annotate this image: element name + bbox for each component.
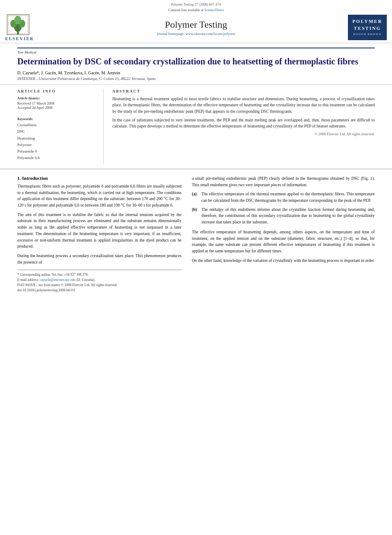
list-text-b: The enthalpy of this endotherm informs a… — [201, 207, 375, 226]
section-label: Test Method — [17, 48, 375, 54]
keyword-dsc: DSC — [17, 128, 97, 135]
keywords-block: Keywords: Crystallinity DSC Heatsetting … — [17, 117, 97, 162]
keyword-heatsetting: Heatsetting — [17, 135, 97, 142]
section1-para2: The aim of this treatment is to stabilis… — [17, 212, 182, 250]
keyword-polyester: Polyester — [17, 142, 97, 148]
list-label-a: (a) — [192, 191, 199, 204]
list-item-a: (a) The effective temperature of the the… — [192, 191, 375, 204]
list-item-b: (b) The enthalpy of this endotherm infor… — [192, 207, 375, 226]
abstract-para1: Heatsetting is a thermal treatment appli… — [112, 96, 375, 115]
keywords-list: Crystallinity DSC Heatsetting Polyester … — [17, 122, 97, 162]
section1-body: Thermoplastic fibres such as polyester, … — [17, 183, 182, 266]
footnote-email-label: E-mail address: — [17, 278, 40, 282]
section1-title: 1. Introduction — [17, 175, 182, 181]
lettered-list: (a) The effective temperature of the the… — [192, 191, 375, 226]
elsevier-tree-icon — [5, 14, 31, 35]
article-info-abstract: ARTICLE INFO Article history: Received 1… — [0, 85, 392, 169]
elsevier-label: ELSEVIER — [5, 36, 34, 41]
keyword-crystallinity: Crystallinity — [17, 122, 97, 128]
footnote-doi: doi:10.1016/j.polymertesting.2008.04.011 — [17, 288, 182, 293]
journal-header: Polymer Testing 27 (2008) 667–674 Conten… — [0, 0, 392, 43]
section1-right-intro: a small pre-melting endothermic peak (PE… — [192, 175, 375, 188]
main-col-left: 1. Introduction Thermoplastic fibres suc… — [17, 175, 182, 293]
abstract-para2: In the case of substrates subjected to v… — [112, 117, 375, 130]
footnote-email-line: E-mail address: cayuela@intexter.upc.edu… — [17, 277, 182, 283]
article-info-heading: ARTICLE INFO — [17, 89, 97, 93]
section1-right-para3: On the other hand, knowledge of the vari… — [192, 258, 375, 264]
list-label-b: (b) — [192, 207, 199, 226]
abstract-heading: ABSTRACT — [112, 89, 375, 93]
footnote-email-suffix: (D. Cayuela). — [76, 278, 95, 282]
journal-citation: Polymer Testing 27 (2008) 667–674 — [0, 3, 392, 6]
footnote-email[interactable]: cayuela@intexter.upc.edu — [40, 278, 76, 282]
elsevier-logo: ELSEVIER — [5, 14, 44, 41]
footnotes: * Corresponding author. Tel./fax: +34 93… — [17, 270, 182, 293]
journal-title: Polymer Testing — [44, 19, 348, 30]
list-text-a: The effective temperature of the thermal… — [201, 191, 375, 204]
article-affiliation: INTEXTER – Universitat Politècnica de Ca… — [17, 76, 375, 81]
section1-right-body: a small pre-melting endothermic peak (PE… — [192, 175, 375, 264]
abstract-col: ABSTRACT Heatsetting is a thermal treatm… — [112, 89, 375, 164]
section1-right-para2: The effective temperature of heatsetting… — [192, 229, 375, 255]
main-col-right: a small pre-melting endothermic peak (PE… — [192, 175, 375, 293]
journal-title-block: Polymer Testing journal homepage: www.el… — [44, 19, 348, 36]
article-title: Determination by DSC of secondary crysta… — [17, 56, 375, 67]
keyword-polyamide6: Polyamide 6 — [17, 148, 97, 155]
keyword-polyamide66: Polyamide 6,6 — [17, 155, 97, 161]
journal-banner: ELSEVIER Polymer Testing journal homepag… — [0, 14, 392, 41]
copyright: © 2008 Elsevier Ltd. All rights reserved… — [112, 132, 375, 136]
article-history: Article history: Received 17 March 2008 … — [17, 96, 97, 110]
footnote-star: * Corresponding author. Tel./fax: +34 93… — [17, 272, 182, 277]
article-info-col: ARTICLE INFO Article history: Received 1… — [17, 89, 104, 164]
article-header: Test Method Determination by DSC of seco… — [0, 43, 392, 85]
footnote-issn: 0142-9418/$ – see front matter © 2008 El… — [17, 283, 182, 288]
contents-available: Contents lists available at ScienceDirec… — [0, 8, 392, 12]
section1-para3: During the heatsetting process a seconda… — [17, 253, 182, 265]
abstract-text: Heatsetting is a thermal treatment appli… — [112, 96, 375, 129]
section1-para1: Thermoplastic fibres such as polyester, … — [17, 183, 182, 209]
svg-point-4 — [14, 16, 21, 25]
journal-homepage: journal homepage: www.elsevier.com/locat… — [44, 32, 348, 36]
journal-badge: POLYMER TESTING ROGER BROWN — [348, 15, 387, 40]
article-authors: D. Cayuela*, J. Gacén, M. Tzvetkova, I. … — [17, 70, 375, 75]
main-content: 1. Introduction Thermoplastic fibres suc… — [0, 169, 392, 298]
